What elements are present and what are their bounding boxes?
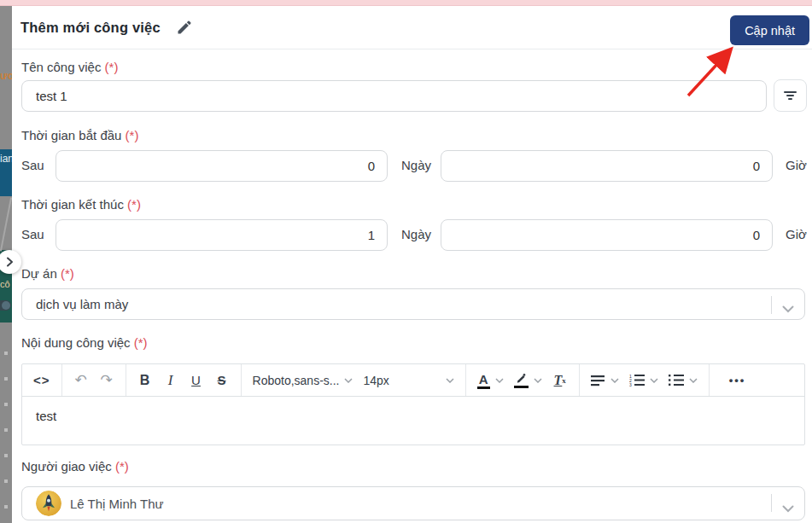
required-mark: (*) bbox=[61, 266, 74, 281]
required-mark: (*) bbox=[126, 128, 139, 142]
assigner-label: Người giao việc (*) bbox=[21, 459, 129, 474]
background-toggle bbox=[0, 300, 11, 311]
background-clipped-text: ian bbox=[0, 153, 12, 165]
project-select[interactable]: dịch vụ làm mày bbox=[21, 288, 805, 320]
rich-text-editor: <> ↶ ↷ B I U S Roboto,sans-s... bbox=[21, 363, 805, 445]
bullet-list-dropdown[interactable] bbox=[665, 368, 701, 393]
strip-dot bbox=[4, 454, 8, 457]
chevron-right-icon bbox=[6, 257, 14, 267]
chevron-down-icon bbox=[344, 378, 353, 383]
project-select-value: dịch vụ làm mày bbox=[36, 297, 128, 311]
chevron-down-icon bbox=[782, 501, 794, 515]
background-clipped-text: cô bbox=[0, 279, 10, 289]
ordered-list-icon: 123 bbox=[629, 374, 645, 386]
clear-formatting-button[interactable]: Tx bbox=[549, 368, 571, 393]
end-days-unit-label: Ngày bbox=[401, 227, 431, 241]
modal-header: Thêm mới công việc Cập nhật bbox=[12, 6, 812, 49]
text-color-dropdown[interactable]: A bbox=[474, 368, 507, 393]
strip-dot bbox=[4, 403, 8, 406]
start-time-label: Thời gian bắt đầu (*) bbox=[21, 128, 138, 142]
start-time-row: Sau Ngày Giờ bbox=[21, 150, 809, 182]
task-name-label: Tên công việc (*) bbox=[21, 60, 118, 74]
assigner-select-value: Lê Thị Minh Thư bbox=[70, 497, 164, 511]
assigner-avatar bbox=[36, 491, 61, 516]
more-options-button[interactable]: ••• bbox=[717, 368, 758, 393]
background-top-strip bbox=[0, 0, 812, 6]
end-hours-input[interactable] bbox=[441, 219, 773, 251]
strip-dot bbox=[4, 505, 8, 508]
strip-dot bbox=[4, 377, 8, 381]
code-view-button[interactable]: <> bbox=[30, 368, 54, 393]
task-name-input[interactable] bbox=[21, 80, 767, 112]
start-days-unit-label: Ngày bbox=[401, 158, 431, 172]
underline-button[interactable]: U bbox=[185, 368, 207, 393]
strip-dot bbox=[4, 479, 8, 483]
chevron-down-icon bbox=[782, 301, 794, 316]
strip-dot bbox=[4, 352, 8, 355]
background-clipped-text: ươ bbox=[0, 70, 12, 82]
select-separator bbox=[771, 494, 772, 512]
end-after-label: Sau bbox=[21, 227, 44, 241]
chevron-down-icon bbox=[446, 378, 454, 383]
chevron-down-icon bbox=[610, 378, 619, 383]
highlighter-icon bbox=[514, 373, 529, 388]
page-title: Thêm mới công việc bbox=[20, 20, 161, 36]
strikethrough-button[interactable]: S bbox=[211, 368, 233, 393]
update-button[interactable]: Cập nhật bbox=[730, 15, 809, 45]
add-task-modal: Thêm mới công việc Cập nhật Tên công việ… bbox=[12, 6, 812, 523]
edit-title-pencil-icon[interactable] bbox=[176, 19, 193, 36]
chevron-down-icon bbox=[650, 378, 658, 383]
required-mark: (*) bbox=[134, 335, 148, 350]
filter-icon bbox=[784, 90, 797, 102]
end-time-row: Sau Ngày Giờ bbox=[21, 219, 809, 251]
bold-button[interactable]: B bbox=[134, 368, 156, 393]
editor-content[interactable]: test bbox=[22, 397, 804, 445]
svg-text:3: 3 bbox=[629, 382, 632, 386]
align-dropdown[interactable] bbox=[587, 368, 622, 393]
ordered-list-dropdown[interactable]: 123 bbox=[626, 368, 662, 393]
align-left-icon bbox=[591, 375, 605, 386]
required-mark: (*) bbox=[105, 60, 119, 74]
start-hours-input[interactable] bbox=[441, 150, 773, 182]
start-days-input[interactable] bbox=[55, 150, 388, 182]
required-mark: (*) bbox=[127, 197, 141, 212]
background-diagonal-line bbox=[0, 197, 12, 251]
end-hours-unit-label: Giờ bbox=[786, 227, 807, 241]
bullet-list-icon bbox=[669, 374, 684, 386]
chevron-down-icon bbox=[534, 378, 542, 383]
end-time-label: Thời gian kết thúc (*) bbox=[21, 197, 141, 212]
strip-dot bbox=[4, 428, 8, 432]
redo-button[interactable]: ↷ bbox=[96, 368, 118, 393]
end-days-input[interactable] bbox=[55, 219, 388, 251]
font-family-dropdown[interactable]: Roboto,sans-s... bbox=[249, 368, 357, 393]
chevron-down-icon bbox=[495, 378, 504, 383]
select-separator bbox=[771, 296, 772, 314]
assigner-select[interactable]: Lê Thị Minh Thư bbox=[21, 486, 805, 520]
content-label: Nội dung công việc (*) bbox=[21, 335, 148, 350]
highlight-color-dropdown[interactable] bbox=[511, 368, 546, 393]
font-size-dropdown[interactable]: 14px bbox=[359, 368, 457, 393]
editor-toolbar: <> ↶ ↷ B I U S Roboto,sans-s... bbox=[22, 364, 804, 397]
task-filter-button[interactable] bbox=[774, 79, 807, 112]
start-hours-unit-label: Giờ bbox=[786, 158, 807, 172]
undo-button[interactable]: ↶ bbox=[70, 368, 92, 393]
required-mark: (*) bbox=[115, 459, 129, 474]
italic-button[interactable]: I bbox=[160, 368, 182, 393]
chevron-down-icon bbox=[689, 378, 698, 383]
start-after-label: Sau bbox=[21, 158, 44, 172]
project-label: Dự án (*) bbox=[21, 266, 74, 281]
